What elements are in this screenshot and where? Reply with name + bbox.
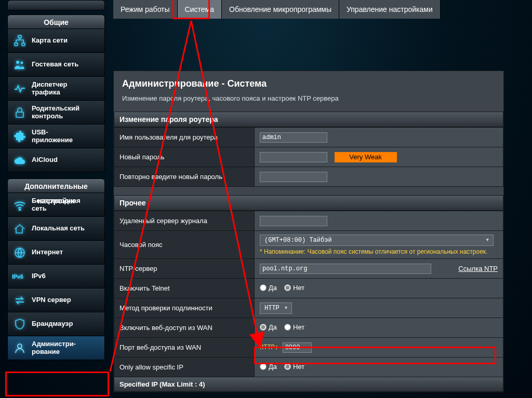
- radio-specip-no[interactable]: Нет: [284, 363, 304, 370]
- select-auth-method[interactable]: HTTP ▼: [260, 303, 292, 314]
- sidebar-item-wireless[interactable]: Беспроводная сеть: [7, 193, 105, 217]
- label-wan-web-port: Порт веб-доступа из WAN: [114, 338, 255, 358]
- sidebar-banner: [7, 0, 105, 10]
- sidebar-item-label: Гостевая сеть: [32, 61, 78, 68]
- sidebar-item-label: Диспетчер трафика: [32, 81, 67, 96]
- svg-rect-2: [22, 43, 25, 46]
- sidebar-item-parental-control[interactable]: Родительский контроль: [7, 101, 105, 125]
- chevron-down-icon: ▼: [285, 306, 287, 311]
- users-icon: [12, 57, 28, 73]
- svg-text:IPv6: IPv6: [12, 273, 23, 279]
- svg-point-9: [18, 344, 22, 348]
- sidebar-item-usb-app[interactable]: USB- приложение: [7, 125, 105, 148]
- sidebar-item-label: Локальная сеть: [32, 225, 85, 232]
- label-enable-telnet: Включить Telnet: [114, 279, 255, 298]
- label-only-specific-ip: Only allow specific IP: [114, 358, 255, 377]
- sidebar-item-network-map[interactable]: Карта сети: [7, 29, 105, 53]
- input-retype-password[interactable]: [260, 172, 327, 182]
- admin-user-icon: [12, 340, 28, 356]
- sidebar-item-label: IPv6: [32, 272, 46, 280]
- shield-icon: [12, 317, 28, 332]
- sidebar-item-label: Беспроводная сеть: [32, 197, 81, 212]
- page-subtitle: Изменение пароля роутера, часового пояса…: [122, 94, 495, 102]
- ipv6-icon: IPv6: [12, 269, 28, 284]
- sidebar-item-label: Родительский контроль: [32, 105, 79, 120]
- callout-admin-item: [5, 372, 109, 396]
- select-auth-value: HTTP: [264, 305, 280, 312]
- sidebar-item-guest-network[interactable]: Гостевая сеть: [7, 53, 105, 77]
- lan-icon: [12, 33, 28, 49]
- tab-settings-mgmt[interactable]: Управление настройками: [339, 0, 441, 19]
- tab-firmware[interactable]: Обновление микропрограммы: [222, 0, 339, 19]
- label-remote-log: Удаленный сервер журнала: [114, 211, 255, 231]
- section-misc: Прочее: [114, 195, 503, 211]
- sidebar-item-traffic-manager[interactable]: Диспетчер трафика: [7, 77, 105, 101]
- port-proto-label: HTTP:: [260, 344, 281, 351]
- link-ntp[interactable]: Ссылка NTP: [458, 265, 498, 272]
- puzzle-icon: [12, 129, 28, 144]
- sidebar-group-advanced: Дополнительные настройки: [7, 179, 105, 193]
- radio-telnet-yes[interactable]: Да: [260, 284, 277, 292]
- tab-system[interactable]: Система: [178, 0, 222, 19]
- home-icon: [12, 221, 28, 237]
- sidebar-item-vpn[interactable]: VPN сервер: [7, 289, 105, 312]
- chevron-down-icon: ▼: [486, 238, 489, 243]
- swap-icon: [12, 293, 28, 308]
- sidebar-item-label: Брандмауэр: [32, 320, 73, 327]
- sidebar-item-label: Карта сети: [32, 37, 68, 44]
- input-wan-web-port[interactable]: [283, 342, 312, 353]
- sidebar-item-lan[interactable]: Локальная сеть: [7, 217, 105, 241]
- wifi-icon: [12, 197, 28, 213]
- section-specified-ip: Specified IP (Max Limit : 4): [114, 377, 503, 392]
- input-router-username[interactable]: [260, 132, 327, 143]
- section-change-password: Изменение пароля роутера: [114, 112, 503, 127]
- svg-rect-0: [18, 35, 21, 38]
- sidebar-group-general: Общие: [7, 15, 105, 29]
- label-auth-method: Метод проверки подлинности: [114, 298, 255, 318]
- radio-specip-yes[interactable]: Да: [260, 363, 277, 370]
- input-new-password[interactable]: [260, 152, 327, 162]
- svg-rect-1: [15, 43, 18, 46]
- input-ntp-server[interactable]: [260, 264, 431, 274]
- radio-wanweb-no[interactable]: Нет: [284, 323, 304, 331]
- label-new-password: Новый пароль: [114, 147, 255, 167]
- sidebar-item-label: VPN сервер: [32, 296, 71, 304]
- sidebar-item-label: Администри- рование: [32, 340, 76, 355]
- pulse-icon: [12, 81, 28, 97]
- sidebar-item-administration[interactable]: Администри- рование: [7, 336, 105, 360]
- timezone-warning: * Напоминание: Часовой пояс системы отли…: [260, 248, 498, 255]
- sidebar-item-label: Интернет: [32, 249, 63, 256]
- sidebar-item-aicloud[interactable]: AiCloud: [7, 148, 105, 172]
- svg-point-4: [21, 61, 23, 64]
- sidebar-item-label: AiCloud: [32, 156, 58, 163]
- radio-telnet-no[interactable]: Нет: [284, 284, 304, 292]
- label-ntp-server: NTP-сервер: [114, 259, 255, 279]
- sidebar-item-label: USB- приложение: [32, 129, 73, 144]
- sidebar-item-firewall[interactable]: Брандмауэр: [7, 312, 105, 336]
- sidebar-item-ipv6[interactable]: IPv6 IPv6: [7, 265, 105, 289]
- admin-tabs: Режим работы Система Обновление микропро…: [113, 0, 441, 19]
- globe-icon: [12, 245, 28, 260]
- password-strength-badge: Very Weak: [335, 152, 397, 162]
- input-remote-log[interactable]: [260, 216, 327, 226]
- label-timezone: Часовой пояс: [114, 231, 255, 259]
- radio-wanweb-yes[interactable]: Да: [260, 323, 277, 331]
- cloud-icon: [12, 153, 28, 168]
- select-timezone-value: (GMT+08:00) Тайбэй: [264, 237, 332, 244]
- tab-operation-mode[interactable]: Режим работы: [113, 0, 178, 19]
- lock-icon: [12, 105, 28, 120]
- sidebar-item-wan[interactable]: Интернет: [7, 241, 105, 265]
- label-enable-wan-web: Включить веб-доступ из WAN: [114, 318, 255, 338]
- svg-point-3: [16, 61, 19, 64]
- svg-point-6: [19, 209, 21, 210]
- label-router-username: Имя пользователя для роутера: [114, 128, 255, 147]
- svg-rect-5: [16, 112, 23, 117]
- select-timezone[interactable]: (GMT+08:00) Тайбэй ▼: [260, 235, 494, 246]
- page-title: Администрирование - Система: [122, 78, 495, 89]
- label-retype-password: Повторно введите новый пароль: [114, 167, 255, 187]
